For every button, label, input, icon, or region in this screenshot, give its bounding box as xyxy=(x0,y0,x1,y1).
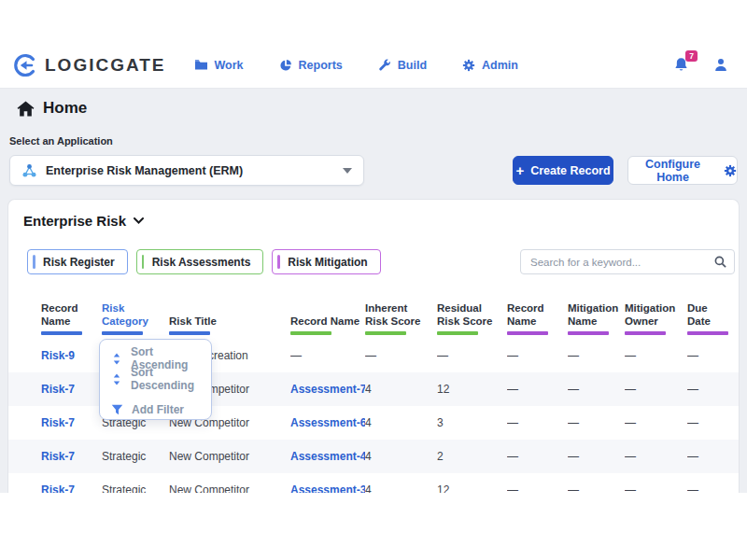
sort-icon xyxy=(111,373,122,385)
top-navbar: LOGICGATE Work Reports xyxy=(0,42,747,89)
notification-badge: 7 xyxy=(685,50,698,62)
chevron-down-icon xyxy=(343,168,352,174)
record-link[interactable]: Risk-7 xyxy=(41,450,102,463)
brand-name: LOGICGATE xyxy=(45,55,166,76)
configure-home-label: Configure Home xyxy=(628,158,717,184)
column-header-label: Mitigation Owner xyxy=(625,301,680,328)
filter-label: Risk Assessments xyxy=(152,256,251,269)
table-cell: 4 xyxy=(365,450,437,463)
gear-icon xyxy=(462,59,475,72)
table-cell: 4 xyxy=(365,383,437,396)
record-link[interactable]: Assessment-6 xyxy=(290,416,365,429)
filter-risk-mitigation[interactable]: Risk Mitigation xyxy=(272,249,380,274)
nav-item-admin[interactable]: Admin xyxy=(462,59,518,72)
table-cell: — xyxy=(568,416,625,429)
column-header-mitigation-name[interactable]: Mitigation Name xyxy=(568,301,625,335)
notifications-button[interactable]: 7 xyxy=(673,57,689,74)
table-cell: — xyxy=(365,349,437,362)
table-cell: — xyxy=(507,383,568,396)
column-underline xyxy=(568,331,609,335)
table-cell: — xyxy=(507,483,568,493)
column-header-record-name[interactable]: Record Name xyxy=(41,301,102,335)
table-row: Risk-7StrategicNew CompetitorAssessment-… xyxy=(8,440,739,473)
enterprise-risk-panel: Enterprise Risk Risk Register Risk Asses… xyxy=(7,199,740,493)
search-icon xyxy=(714,256,726,268)
table-header-row: Record NameRisk CategoryRisk TitleRecord… xyxy=(41,301,731,335)
app-window: LOGICGATE Work Reports xyxy=(0,42,747,493)
column-underline xyxy=(169,331,210,335)
table-cell: — xyxy=(687,416,739,429)
column-header-residual-risk-score[interactable]: Residual Risk Score xyxy=(437,301,507,335)
record-link[interactable]: Assessment-7 xyxy=(290,383,365,396)
column-underline xyxy=(625,331,666,335)
application-select[interactable]: Enterprise Risk Management (ERM) xyxy=(9,155,364,186)
record-link[interactable]: Risk-7 xyxy=(41,383,102,396)
table-cell: — xyxy=(625,383,687,396)
nav-item-label: Work xyxy=(215,59,244,72)
column-header-inherent-risk-score[interactable]: Inherent Risk Score xyxy=(365,301,437,335)
column-menu: Sort Ascending Sort Descending xyxy=(99,339,212,420)
filter-risk-register[interactable]: Risk Register xyxy=(27,249,128,274)
gear-icon xyxy=(724,164,737,177)
table-cell: — xyxy=(625,450,687,463)
table-cell: — xyxy=(568,483,625,493)
page-header: Home xyxy=(17,99,87,118)
filter-accent-bar xyxy=(33,255,35,269)
logicgate-logo[interactable]: LOGICGATE xyxy=(13,53,166,77)
table-cell: — xyxy=(625,416,687,429)
record-link[interactable]: Assessment-3 xyxy=(290,483,365,493)
filter-label: Risk Mitigation xyxy=(288,256,367,269)
panel-title[interactable]: Enterprise Risk xyxy=(23,213,144,229)
nav-item-label: Build xyxy=(398,59,427,72)
filter-accent-bar xyxy=(277,255,280,269)
column-underline xyxy=(687,331,728,335)
folder-icon xyxy=(194,59,208,71)
table-cell: — xyxy=(437,349,507,362)
column-header-due-date[interactable]: Due Date xyxy=(687,301,736,335)
table-cell: 4 xyxy=(365,483,437,493)
user-menu-button[interactable] xyxy=(713,57,728,73)
menu-item-add-filter[interactable]: Add Filter xyxy=(100,399,211,420)
table-cell: New Competitor xyxy=(169,450,290,463)
record-link[interactable]: Risk-7 xyxy=(41,483,102,493)
column-header-label: Residual Risk Score xyxy=(437,301,500,328)
record-link[interactable]: Assessment-4 xyxy=(290,450,365,463)
nav-item-reports[interactable]: Reports xyxy=(279,59,343,72)
table-cell: — xyxy=(290,349,365,362)
column-underline xyxy=(290,331,331,335)
column-header-record-name[interactable]: Record Name xyxy=(507,301,568,335)
column-header-record-name[interactable]: Record Name xyxy=(290,301,365,335)
column-header-mitigation-owner[interactable]: Mitigation Owner xyxy=(625,301,687,335)
column-header-risk-category[interactable]: Risk Category xyxy=(102,301,169,335)
column-header-label: Risk Category xyxy=(102,301,162,328)
page-title: Home xyxy=(43,99,87,118)
table-row: Risk-7StrategicNew CompetitorAssessment-… xyxy=(8,473,739,493)
filter-risk-assessments[interactable]: Risk Assessments xyxy=(136,249,264,274)
table-cell: 4 xyxy=(365,416,437,429)
nav-item-build[interactable]: Build xyxy=(378,59,427,72)
record-link[interactable]: Risk-9 xyxy=(41,349,102,362)
column-underline xyxy=(437,331,478,335)
table-cell: — xyxy=(625,483,687,493)
create-record-button[interactable]: + Create Record xyxy=(513,156,613,185)
table-cell: 12 xyxy=(437,383,507,396)
home-icon xyxy=(17,101,35,117)
column-underline xyxy=(365,331,406,335)
search-input[interactable] xyxy=(520,249,735,274)
panel-title-label: Enterprise Risk xyxy=(23,213,126,229)
configure-home-button[interactable]: Configure Home xyxy=(627,156,738,185)
table-cell: 12 xyxy=(437,483,507,493)
create-record-label: Create Record xyxy=(530,164,610,177)
record-link[interactable]: Risk-7 xyxy=(41,416,102,429)
plus-icon: + xyxy=(515,163,524,177)
table-cell: — xyxy=(507,416,568,429)
table-cell: Strategic xyxy=(102,450,169,463)
nav-item-work[interactable]: Work xyxy=(194,59,244,72)
menu-item-sort-descending[interactable]: Sort Descending xyxy=(100,369,211,389)
column-header-label: Mitigation Name xyxy=(568,301,617,328)
column-header-risk-title[interactable]: Risk Title xyxy=(169,301,290,335)
nav-item-label: Admin xyxy=(482,59,518,72)
table-cell: — xyxy=(625,349,687,362)
column-header-label: Risk Title xyxy=(169,315,283,328)
column-underline xyxy=(41,331,82,335)
